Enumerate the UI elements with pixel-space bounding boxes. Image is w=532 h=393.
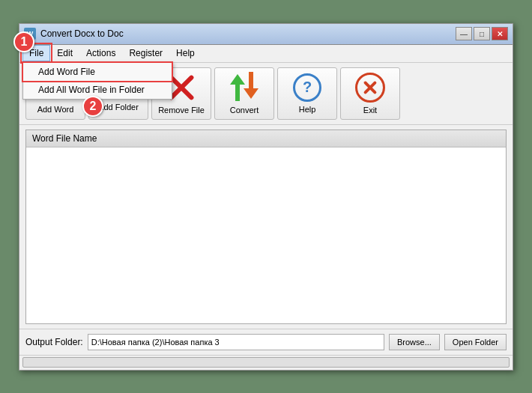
step1-badge: 1 [13, 31, 34, 52]
output-path-input[interactable] [88, 334, 384, 350]
file-list: Word File Name [25, 130, 507, 324]
exit-button[interactable]: Exit [340, 67, 400, 120]
file-list-header: Word File Name [26, 130, 506, 147]
output-bar: Output Folder: Browse... Open Folder [19, 329, 513, 355]
menu-bar: File 2 Add Word File Add All Word File i… [19, 45, 513, 63]
close-button[interactable]: ✕ [492, 27, 508, 40]
minimize-button[interactable]: — [456, 27, 472, 40]
step2-badge: 2 [82, 96, 103, 117]
progress-bar [22, 357, 510, 368]
window-title: Convert Docx to Doc [40, 28, 124, 39]
exit-icon [355, 73, 385, 103]
menu-help[interactable]: Help [169, 45, 202, 61]
file-dropdown: Add Word File Add All Word File in Folde… [22, 62, 172, 100]
status-bar [19, 355, 513, 370]
menu-register[interactable]: Register [122, 45, 169, 61]
convert-icon [229, 73, 260, 103]
remove-file-label: Remove File [158, 106, 205, 115]
menu-actions[interactable]: Actions [79, 45, 122, 61]
title-controls: — □ ✕ [456, 27, 508, 40]
open-folder-button[interactable]: Open Folder [444, 334, 507, 350]
menu-edit[interactable]: Edit [50, 45, 79, 61]
help-icon: ? [293, 73, 321, 102]
help-label: Help [299, 105, 316, 114]
output-label: Output Folder: [25, 337, 83, 347]
convert-button[interactable]: Convert [214, 67, 274, 120]
file-list-body[interactable] [26, 147, 506, 322]
browse-button[interactable]: Browse... [389, 334, 440, 350]
exit-label: Exit [363, 106, 377, 115]
add-folder-label: Add Folder [98, 103, 139, 112]
help-button[interactable]: ? Help [277, 67, 337, 120]
convert-label: Convert [230, 106, 259, 115]
svg-marker-0 [230, 74, 245, 101]
maximize-button[interactable]: □ [474, 27, 490, 40]
svg-marker-1 [244, 72, 259, 99]
add-word-label: Add Word [37, 105, 74, 114]
title-bar: W Convert Docx to Doc — □ ✕ [19, 24, 513, 45]
menu-add-word-file[interactable]: Add Word File [23, 63, 172, 81]
